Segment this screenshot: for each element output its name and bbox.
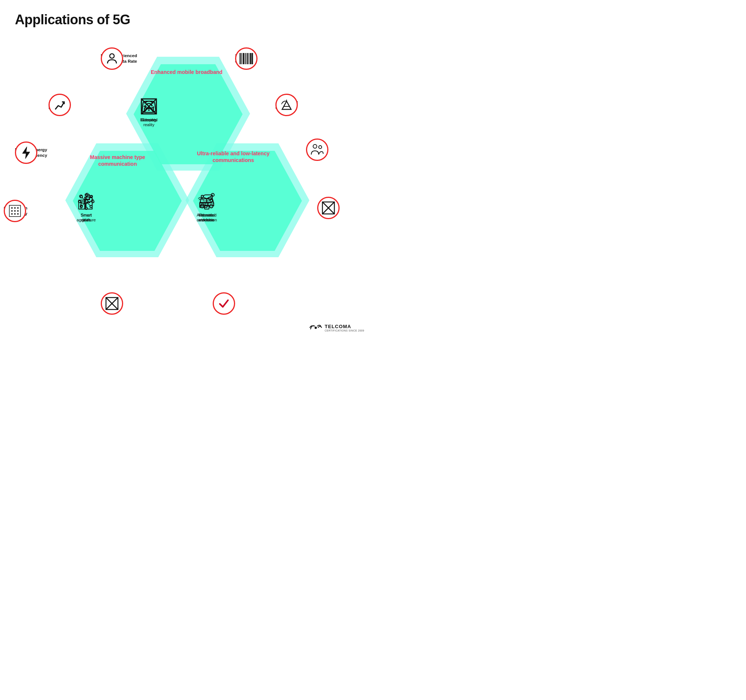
- gaming-label: Gaming: [142, 117, 156, 122]
- latency-badge-group: Latency: [317, 205, 333, 211]
- peak-data-badge-group: PeakData Rate: [48, 99, 68, 110]
- gaming-icon: [139, 97, 159, 116]
- person-icon: [105, 52, 118, 65]
- svg-point-67: [17, 207, 19, 209]
- svg-point-69: [14, 210, 16, 212]
- x-box2-icon: [105, 297, 119, 310]
- barcode-icon: [239, 53, 253, 64]
- svg-point-73: [17, 213, 19, 215]
- industrial-automation-icon: [197, 192, 217, 211]
- area-traffic-badge-group: Area trafficcapasity: [275, 99, 298, 110]
- svg-rect-54: [245, 53, 246, 64]
- smart-grids-icon-group: Smartgrids: [77, 192, 96, 223]
- svg-point-24: [85, 207, 87, 209]
- bolt-icon: [21, 146, 32, 160]
- svg-rect-52: [241, 53, 242, 64]
- peak-data-badge: [48, 94, 71, 116]
- svg-line-38: [82, 203, 85, 206]
- battery-life-badge-group: Battery life: [101, 301, 123, 307]
- svg-point-49: [201, 195, 203, 197]
- svg-point-62: [313, 145, 317, 148]
- svg-rect-51: [239, 53, 241, 64]
- telcoma-signal-icon: [309, 322, 322, 333]
- latency-badge: [317, 197, 340, 219]
- svg-point-23: [85, 194, 87, 196]
- svg-point-22: [84, 200, 88, 203]
- smart-grids-icon: [77, 192, 96, 211]
- reliability-badge-group: Reliability: [213, 301, 233, 307]
- network-energy-badge: [15, 142, 37, 164]
- svg-point-80: [314, 327, 317, 329]
- svg-rect-57: [250, 53, 251, 64]
- footer-brand-text-wrap: TELCOMA CERTIFICATIONS SINCE 2009: [325, 324, 364, 332]
- mobility-badge-group: Mobility: [306, 147, 322, 153]
- trend-icon: [54, 99, 66, 111]
- page-title: Applications of 5G: [0, 0, 373, 28]
- people-icon: [310, 143, 324, 156]
- spectrum-badge: [235, 47, 257, 70]
- svg-point-26: [92, 200, 94, 203]
- svg-point-70: [17, 210, 19, 212]
- svg-rect-55: [247, 53, 248, 64]
- svg-rect-58: [252, 53, 253, 64]
- diagram-container: Enhanced mobile broadband Massive machin…: [0, 32, 373, 337]
- area-traffic-badge: [275, 94, 298, 116]
- reliability-badge: [213, 292, 235, 315]
- connection-density-badge: [4, 200, 26, 222]
- svg-point-71: [11, 213, 13, 215]
- svg-point-25: [78, 200, 81, 203]
- svg-rect-53: [243, 53, 244, 64]
- industrial-automation-label: Industrialautomation: [197, 213, 217, 223]
- connection-density-badge-group: Connectiondensity: [4, 205, 27, 217]
- svg-line-35: [82, 197, 85, 200]
- user-data-rate-badge-group: User ExperiencedData Rate: [101, 53, 137, 64]
- industrial-automation-icon-group: Industrialautomation: [197, 192, 217, 223]
- tower-icon: [280, 99, 293, 111]
- svg-point-68: [11, 210, 13, 212]
- svg-line-37: [88, 197, 90, 200]
- x-box-icon: [322, 201, 335, 215]
- spectrum-badge-group: Spectrumefficiency: [235, 53, 255, 64]
- urllc-label: Ultra-reliable and low-latency communica…: [194, 150, 272, 164]
- footer-logo: TELCOMA CERTIFICATIONS SINCE 2009: [309, 322, 364, 333]
- svg-rect-56: [248, 53, 249, 64]
- svg-point-9: [153, 106, 154, 108]
- svg-point-72: [14, 213, 16, 215]
- dots-grid-icon: [9, 205, 21, 217]
- footer-brand: TELCOMA: [325, 324, 364, 329]
- user-data-rate-badge: [101, 47, 123, 70]
- mobility-badge: [306, 138, 328, 161]
- gaming-icon-group: Gaming: [139, 97, 159, 122]
- svg-point-50: [110, 54, 114, 58]
- network-energy-badge-group: Network energyefficiency: [15, 147, 47, 158]
- svg-line-36: [88, 203, 90, 206]
- check-icon: [218, 297, 230, 310]
- smart-grids-label: Smartgrids: [81, 213, 92, 223]
- mmtc-label: Massive machine type communication: [80, 154, 155, 167]
- svg-point-63: [319, 146, 322, 149]
- svg-point-65: [11, 207, 13, 209]
- svg-point-66: [14, 207, 16, 209]
- embb-label: Enhanced mobile broadband: [147, 69, 226, 75]
- battery-life-badge: [101, 292, 123, 315]
- svg-point-8: [151, 105, 153, 106]
- footer-tagline: CERTIFICATIONS SINCE 2009: [325, 329, 364, 332]
